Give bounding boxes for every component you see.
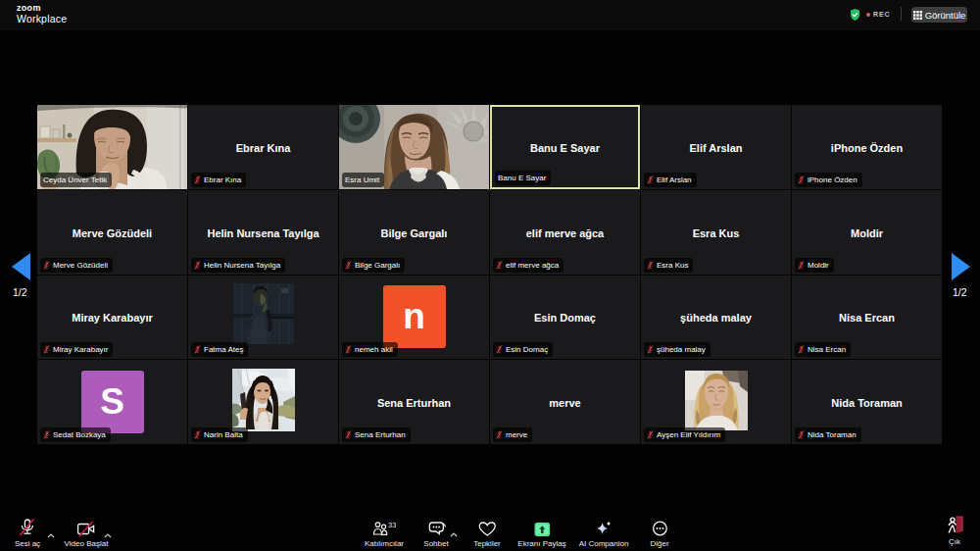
svg-text:33: 33 bbox=[388, 521, 396, 529]
